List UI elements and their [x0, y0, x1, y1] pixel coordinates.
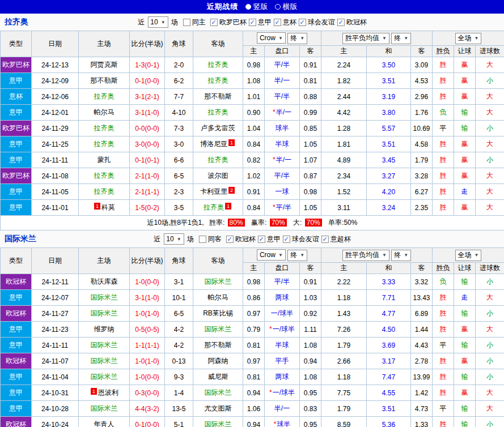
team-link[interactable]: 卡利亚里	[200, 187, 227, 195]
handicap-result-cell: 输	[454, 369, 476, 385]
avg-stage-select[interactable]: 终▼	[391, 250, 411, 261]
team-link[interactable]: 拉齐奥	[94, 187, 115, 195]
team-link[interactable]: 恩波利	[98, 388, 118, 396]
team-link[interactable]: 拉齐奥	[208, 108, 228, 116]
team-link[interactable]: 那不勒斯	[205, 92, 232, 100]
league-checkbox[interactable]: ✓球会友谊	[299, 18, 335, 27]
match-count-select[interactable]: 10▼	[163, 233, 184, 245]
score-cell: 1-0(0-0)	[130, 274, 165, 290]
team-link[interactable]: 那不勒斯	[205, 341, 232, 349]
date-cell: 24-11-27	[32, 306, 79, 322]
home-team-cell: 拉齐奥	[79, 121, 130, 136]
team-link[interactable]: 拉齐奥	[208, 156, 228, 164]
corner-cell: 13-5	[165, 401, 193, 417]
team-link[interactable]: 那不勒斯	[91, 76, 118, 84]
same-venue-checkbox[interactable]: 同主	[183, 18, 206, 27]
team-link[interactable]: 国际米兰	[205, 388, 232, 396]
same-venue-checkbox[interactable]: 同客	[199, 234, 222, 244]
team-link[interactable]: 国际米兰	[91, 373, 118, 381]
team-link[interactable]: RB莱比锡	[203, 309, 233, 317]
team-link[interactable]: 国际米兰	[205, 420, 232, 427]
team-link[interactable]: 国际米兰	[91, 341, 118, 349]
handicap-cell: 半/一	[265, 401, 300, 417]
avg-odds-select[interactable]: 胜平负均值▼	[342, 33, 389, 44]
avg-away-cell: 4.58	[411, 136, 433, 152]
checkbox-unchecked-icon	[183, 19, 190, 26]
avg-odds-select[interactable]: 胜平负均值▼	[342, 250, 389, 261]
red-card-badge: 1	[225, 203, 231, 210]
avg-stage-select[interactable]: 终▼	[391, 33, 411, 44]
away-odds-cell: 1.07	[300, 152, 321, 168]
odds-stage-select[interactable]: 终▼	[287, 33, 307, 44]
team-link[interactable]: 拉齐奥	[204, 203, 224, 211]
league-type-cell: 意甲	[1, 200, 32, 216]
league-checkbox[interactable]: ✓意超杯	[321, 234, 351, 244]
odds-stage-select[interactable]: 终▼	[287, 250, 307, 261]
team-link[interactable]: 拉齐奥	[94, 92, 115, 100]
result-cell: 胜	[433, 306, 454, 322]
win-rate-value: 80%	[228, 219, 245, 227]
league-checkbox[interactable]: ✓球会友谊	[283, 234, 319, 244]
games-label: 场	[171, 18, 178, 27]
scope-select[interactable]: 全场▼	[455, 250, 482, 261]
team-link[interactable]: 科莫	[101, 203, 115, 211]
team-link[interactable]: 国际米兰	[91, 309, 118, 317]
scope-select[interactable]: 全场▼	[455, 33, 482, 44]
handicap-result-cell: 赢	[454, 200, 476, 216]
goals-result-cell: 小	[476, 274, 504, 290]
team-link[interactable]: 阿贾克斯	[91, 61, 118, 69]
layout-radio-vertical[interactable]: 竖版	[245, 2, 268, 12]
team-link[interactable]: 拉齐奥	[94, 124, 115, 132]
league-checkbox[interactable]: ✓欧罗巴杯	[210, 18, 247, 27]
team-link[interactable]: 波尔图	[208, 172, 228, 180]
team-link[interactable]: 国际米兰	[91, 404, 118, 412]
team-link[interactable]: 国际米兰	[91, 357, 118, 365]
league-checkbox[interactable]: ✓意甲	[258, 234, 281, 244]
team-link[interactable]: 拉齐奥	[208, 61, 228, 69]
score-cell: 1-5(0-2)	[130, 200, 165, 216]
summary-record: 近10场,胜8平1负1,	[147, 219, 204, 227]
bookmaker-select[interactable]: Crow▼	[257, 32, 286, 44]
away-team-cell: 尤文图斯	[193, 401, 243, 417]
team-link[interactable]: 尤文图斯	[205, 404, 232, 412]
team-link[interactable]: 拉齐奥	[94, 172, 115, 180]
avg-home-cell: 1.81	[321, 136, 367, 152]
league-checkbox[interactable]: ✓意杯	[274, 18, 297, 27]
team-link[interactable]: 威尼斯	[208, 373, 228, 381]
handicap-cell: *半/一	[265, 152, 300, 168]
home-team-cell: 拉齐奥	[79, 184, 130, 200]
team-link[interactable]: 帕尔马	[208, 293, 228, 301]
odds-group-header: Crow▼ 终▼	[243, 31, 321, 46]
team-link[interactable]: 拉齐奥	[208, 76, 228, 84]
team-link[interactable]: 国际米兰	[205, 277, 232, 285]
home-odds-cell: 0.97	[243, 353, 265, 369]
team-link[interactable]: 博洛尼亚	[200, 140, 227, 148]
team-link[interactable]: 年青人	[94, 420, 115, 427]
league-checkbox[interactable]: ✓欧冠杯	[226, 234, 256, 244]
away-odds-cell: 0.92	[300, 306, 321, 322]
bookmaker-select[interactable]: Crow▼	[257, 249, 286, 261]
team-link[interactable]: 维罗纳	[94, 325, 115, 333]
league-checkbox[interactable]: ✓欧冠杯	[337, 18, 367, 27]
away-team-cell: 波尔图	[193, 168, 243, 184]
team-link[interactable]: 蒙扎	[98, 156, 111, 164]
avg-away-cell: 1.79	[411, 152, 433, 168]
team-link[interactable]: 国际米兰	[205, 325, 232, 333]
team-link[interactable]: 帕尔马	[94, 108, 115, 116]
team-link[interactable]: 阿森纳	[208, 357, 228, 365]
date-cell: 24-11-08	[32, 168, 79, 184]
team-link[interactable]: 拉齐奥	[94, 140, 115, 148]
team-link[interactable]: 卢多戈雷茨	[201, 124, 235, 132]
team-link[interactable]: 勒沃库森	[91, 277, 118, 285]
home-odds-cell: 0.84	[243, 136, 265, 152]
away-odds-cell: 0.91	[300, 57, 321, 73]
avg-home-cell: 1.18	[321, 369, 367, 385]
handicap-result-cell: 赢	[454, 152, 476, 168]
chevron-down-icon: ▼	[404, 36, 408, 41]
layout-radio-horizontal[interactable]: 横版	[275, 2, 298, 12]
team-link[interactable]: 国际米兰	[91, 293, 118, 301]
league-checkbox[interactable]: ✓意甲	[249, 18, 272, 27]
match-count-select[interactable]: 10▼	[147, 16, 168, 28]
match-row: 意甲24-11-25拉齐奥3-0(0-0)3-0博洛尼亚10.84半球1.051…	[1, 136, 504, 152]
goals-result-cell: 小	[476, 121, 504, 136]
